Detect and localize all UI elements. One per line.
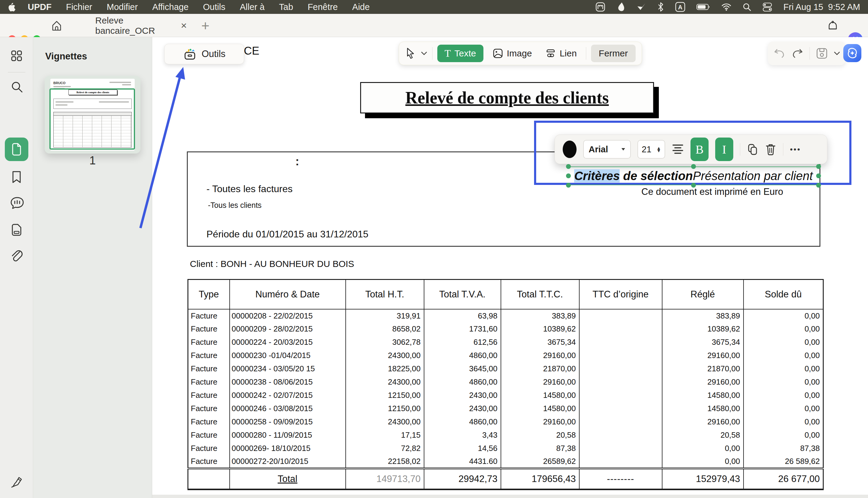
delete-icon[interactable] [765, 143, 776, 155]
selection-handle[interactable] [566, 164, 571, 169]
table-cell[interactable]: 0,00 [744, 336, 823, 349]
table-cell[interactable]: 0,00 [744, 415, 823, 429]
sidebar-item-dashboard[interactable] [10, 49, 23, 63]
table-cell[interactable]: 10389,62 [662, 323, 744, 336]
select-tool-button[interactable] [405, 47, 416, 60]
sidebar-item-comments[interactable] [10, 196, 24, 210]
table-row[interactable]: Facture00000234 - 03/05/20 1518225,00364… [188, 362, 823, 376]
table-cell[interactable]: 21870,00 [662, 362, 744, 376]
table-cell[interactable]: Facture [188, 323, 230, 336]
table-cell[interactable]: 63,98 [424, 309, 501, 323]
table-cell[interactable]: Facture [188, 455, 230, 469]
table-cell[interactable]: 383,89 [662, 309, 744, 323]
table-cell[interactable]: 00000224 - 20/03/2015 [230, 336, 346, 349]
table-row[interactable]: Facture00000258 - 09/09/201524300,004860… [188, 415, 823, 429]
control-center-icon[interactable] [762, 2, 772, 12]
italic-button[interactable]: I [715, 137, 733, 161]
table-cell[interactable] [579, 376, 662, 389]
table-cell[interactable]: Facture [188, 309, 230, 323]
line-spacing-icon[interactable] [672, 144, 684, 155]
table-cell[interactable]: 00000258 - 09/09/2015 [230, 415, 346, 429]
table-cell[interactable]: 20,58 [662, 429, 744, 442]
table-row[interactable]: Facture00000208 - 22/02/2015319,9163,983… [188, 309, 823, 323]
table-cell[interactable]: 14,56 [424, 442, 501, 455]
menu-tab[interactable]: Tab [279, 2, 293, 12]
table-cell[interactable]: Facture [188, 336, 230, 349]
table-cell[interactable]: 72,82 [346, 442, 424, 455]
sidebar-item-thumbnails[interactable] [5, 137, 28, 161]
doc-euro-note[interactable]: Ce document est imprimé en Euro [641, 186, 783, 197]
doc-title-box[interactable]: Relevé de compte des clients [360, 82, 654, 114]
doc-filter-line2[interactable]: -Tous les clients [208, 201, 262, 210]
save-button[interactable] [816, 47, 828, 60]
lien-tool-button[interactable]: Lien [541, 45, 581, 62]
page-thumbnail[interactable]: BRUCO Relevé de compte des clients [45, 76, 140, 154]
table-cell[interactable] [579, 429, 662, 442]
table-cell[interactable]: 29160,00 [662, 349, 744, 362]
menu-app-name[interactable]: UPDF [28, 2, 52, 12]
selection-handle[interactable] [691, 164, 696, 169]
table-cell[interactable]: 29160,00 [662, 376, 744, 389]
table-cell[interactable]: 10389,62 [501, 323, 579, 336]
table-cell[interactable]: 3062,78 [346, 336, 424, 349]
table-cell[interactable]: 00000234 - 03/05/20 15 [230, 362, 346, 376]
statusbar-app1-icon[interactable] [595, 2, 606, 12]
table-cell[interactable]: 0,00 [744, 309, 823, 323]
table-cell[interactable]: 3,43 [424, 429, 501, 442]
table-cell[interactable]: 87,38 [501, 442, 579, 455]
table-cell[interactable]: 87,38 [744, 442, 823, 455]
selection-handle[interactable] [816, 164, 821, 169]
doc-filter-line1[interactable]: - Toutes les factures [206, 183, 293, 195]
table-cell[interactable]: 26589,62 [501, 455, 579, 469]
doc-colon[interactable]: : [295, 155, 299, 168]
table-cell[interactable]: 00000208 - 22/02/2015 [230, 309, 346, 323]
table-cell[interactable] [579, 442, 662, 455]
table-cell[interactable]: 29160,00 [501, 376, 579, 389]
table-cell[interactable] [579, 362, 662, 376]
home-icon[interactable] [51, 20, 63, 32]
table-cell[interactable]: Facture [188, 415, 230, 429]
table-cell[interactable]: 29160,00 [501, 415, 579, 429]
table-cell[interactable]: 2430,00 [424, 402, 501, 415]
apple-menu-icon[interactable] [8, 2, 16, 12]
menu-modifier[interactable]: Modifier [107, 2, 138, 12]
table-cell[interactable]: 00000269- 18/10/2015 [230, 442, 346, 455]
table-cell[interactable]: 14580,00 [662, 402, 744, 415]
sidebar-item-search[interactable] [10, 80, 24, 94]
table-cell[interactable]: 00000230 -01/04/2015 [230, 349, 346, 362]
table-cell[interactable]: 0,00 [744, 349, 823, 362]
table-cell[interactable]: 319,91 [346, 309, 424, 323]
table-cell[interactable] [579, 336, 662, 349]
redo-button[interactable] [791, 48, 803, 59]
table-row[interactable]: Facture00000224 - 20/03/20153062,78612,5… [188, 336, 823, 349]
table-cell[interactable]: 00000272-20/10/2015 [230, 455, 346, 469]
table-cell[interactable]: 29160,00 [662, 415, 744, 429]
table-cell[interactable]: 14580,00 [501, 402, 579, 415]
table-cell[interactable]: 21870,00 [501, 362, 579, 376]
table-cell[interactable]: 3675,34 [662, 336, 744, 349]
table-cell[interactable]: 0,00 [744, 389, 823, 402]
table-cell[interactable]: 12150,00 [346, 389, 424, 402]
table-cell[interactable]: 29160,00 [501, 349, 579, 362]
ai-assistant-button[interactable] [843, 44, 862, 62]
statusbar-app2-icon[interactable] [616, 2, 625, 12]
table-row[interactable]: Facture00000246 - 03/08/201512150,002430… [188, 402, 823, 415]
fermer-button[interactable]: Fermer [591, 45, 636, 62]
table-cell[interactable]: 00000209 - 28/02/2015 [230, 323, 346, 336]
statusbar-app3-icon[interactable] [636, 2, 647, 12]
table-cell[interactable]: Facture [188, 442, 230, 455]
table-cell[interactable] [579, 349, 662, 362]
table-cell[interactable]: 17,15 [346, 429, 424, 442]
table-cell[interactable]: 24300,00 [346, 376, 424, 389]
selection-handle[interactable] [691, 183, 696, 188]
sidebar-item-bookmarks[interactable] [10, 170, 23, 184]
table-cell[interactable]: 4431.60 [424, 455, 501, 469]
table-cell[interactable]: 4860,00 [424, 376, 501, 389]
table-cell[interactable]: 12150,00 [346, 402, 424, 415]
table-cell[interactable]: 00000246 - 03/08/2015 [230, 402, 346, 415]
table-cell[interactable]: 1731,60 [424, 323, 501, 336]
document-tab[interactable]: Releve bancaire_OCR [95, 14, 177, 37]
table-cell[interactable] [579, 309, 662, 323]
table-row[interactable]: Facture00000269- 18/10/201572,8214,5687,… [188, 442, 823, 455]
table-cell[interactable]: Facture [188, 429, 230, 442]
